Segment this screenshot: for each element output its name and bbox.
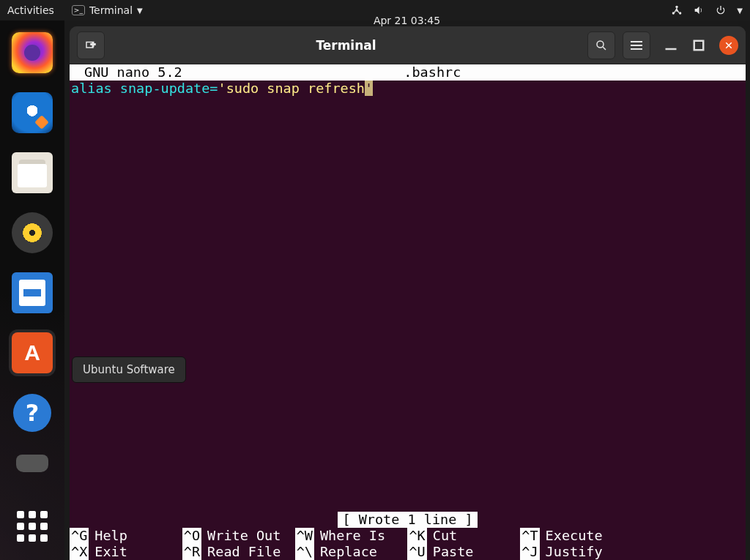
power-icon[interactable]	[715, 4, 727, 16]
nano-shortcut: ^GHelp	[70, 528, 182, 544]
dock-item-firefox[interactable]	[9, 29, 56, 76]
nano-shortcut	[633, 528, 746, 544]
firefox-icon	[12, 32, 53, 73]
nano-shortcut-row: ^GHelp ^OWrite Out ^WWhere Is ^KCut ^TEx…	[70, 528, 746, 544]
hamburger-menu-button[interactable]	[623, 31, 650, 59]
search-button[interactable]	[587, 31, 615, 59]
dock-item-ubuntu-software[interactable]: A	[9, 329, 56, 376]
svg-point-2	[679, 12, 681, 14]
nano-header: GNU nano 5.2 .bashrc	[70, 64, 746, 81]
nano-shortcut: ^UPaste	[407, 544, 520, 560]
topbar-clock: Apr 21 03:45	[374, 10, 440, 31]
window-title: Terminal	[112, 38, 580, 53]
dock-item-rhythmbox[interactable]	[9, 209, 56, 256]
system-tray[interactable]: ▼	[671, 4, 743, 16]
terminal-content[interactable]: GNU nano 5.2 .bashrc alias snap-update='…	[70, 64, 746, 560]
nano-status-message: [ Wrote 1 line ]	[338, 512, 477, 528]
show-applications-button[interactable]	[9, 503, 56, 550]
nano-text-string-open: '	[218, 81, 226, 96]
svg-point-3	[597, 41, 604, 48]
window-titlebar: Terminal	[70, 26, 746, 64]
app-menu[interactable]: >_ Terminal ▼	[72, 4, 143, 16]
ubuntu-software-icon: A	[12, 332, 53, 373]
nano-cursor: '	[365, 81, 373, 96]
rhythmbox-icon	[12, 212, 53, 253]
new-tab-button[interactable]	[77, 31, 105, 59]
maximize-icon	[691, 38, 706, 53]
minimize-button[interactable]	[664, 38, 678, 53]
nano-shortcut: ^JJustify	[520, 544, 633, 560]
nano-footer: [ Wrote 1 line ] ^GHelp ^OWrite Out ^WWh…	[70, 512, 746, 560]
nano-shortcut: ^OWrite Out	[182, 528, 295, 544]
terminal-window: Terminal GNU nano 5.2 .bashrc alias snap…	[70, 26, 746, 560]
nano-shortcut: ^XExit	[70, 544, 182, 560]
nano-shortcut	[633, 544, 746, 560]
svg-rect-4	[666, 48, 677, 50]
close-button[interactable]	[719, 36, 738, 55]
nano-shortcut-row: ^XExit ^RRead File ^\Replace ^UPaste ^JJ…	[70, 544, 746, 560]
dock-item-libreoffice-writer[interactable]	[9, 269, 56, 316]
dock-tooltip: Ubuntu Software	[72, 356, 186, 383]
gnome-topbar: Activities >_ Terminal ▼ Apr 21 03:45 ▼	[0, 0, 750, 20]
volume-icon[interactable]	[693, 4, 705, 16]
nano-shortcut: ^\Replace	[295, 544, 408, 560]
thunderbird-icon	[12, 92, 53, 133]
nano-text-keyword: alias snap-update=	[71, 81, 218, 96]
dock: A ?	[0, 20, 64, 560]
hamburger-icon	[631, 41, 642, 50]
nano-text-string-body: sudo snap refresh	[226, 81, 365, 96]
dock-item-thunderbird[interactable]	[9, 89, 56, 136]
dock-item-trash[interactable]	[9, 449, 56, 473]
files-icon	[12, 152, 53, 193]
nano-editor-line[interactable]: alias snap-update='sudo snap refresh'	[70, 81, 746, 97]
dock-item-files[interactable]	[9, 149, 56, 196]
libreoffice-writer-icon	[12, 272, 53, 313]
nano-shortcut: ^KCut	[407, 528, 520, 544]
network-icon[interactable]	[671, 4, 683, 16]
close-icon	[724, 41, 733, 50]
trash-icon	[16, 455, 48, 472]
nano-shortcut: ^RRead File	[182, 544, 295, 560]
minimize-icon	[664, 38, 678, 53]
search-icon	[595, 39, 608, 52]
nano-shortcut: ^WWhere Is	[295, 528, 408, 544]
svg-rect-5	[694, 40, 704, 50]
terminal-icon: >_	[72, 5, 85, 15]
activities-button[interactable]: Activities	[7, 4, 54, 16]
nano-shortcut: ^TExecute	[520, 528, 633, 544]
maximize-button[interactable]	[691, 38, 706, 53]
chevron-down-icon: ▼	[137, 7, 143, 15]
dock-item-help[interactable]: ?	[9, 389, 56, 436]
app-menu-label: Terminal	[89, 4, 133, 16]
chevron-down-icon[interactable]: ▼	[737, 7, 743, 15]
help-icon: ?	[13, 394, 51, 432]
new-tab-icon	[84, 39, 97, 52]
nano-file-name: .bashrc	[124, 64, 741, 81]
apps-grid-icon	[17, 511, 48, 542]
